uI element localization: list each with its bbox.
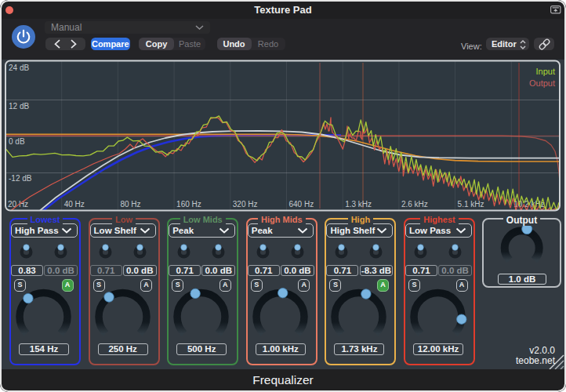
svg-text:80 Hz: 80 Hz xyxy=(120,200,140,209)
svg-text:12 dB: 12 dB xyxy=(9,102,29,111)
svg-text:Output: Output xyxy=(529,78,555,88)
svg-text:2.6 kHz: 2.6 kHz xyxy=(401,200,428,209)
svg-text:5.1 kHz: 5.1 kHz xyxy=(458,200,484,209)
svg-text:20 Hz: 20 Hz xyxy=(8,200,28,209)
svg-text:24 dB: 24 dB xyxy=(9,64,29,72)
svg-text:-12 dB: -12 dB xyxy=(9,174,32,183)
svg-text:Input: Input xyxy=(536,67,555,76)
svg-text:320 Hz: 320 Hz xyxy=(233,200,258,209)
svg-text:160 Hz: 160 Hz xyxy=(176,200,201,209)
svg-text:1.3 kHz: 1.3 kHz xyxy=(345,200,372,209)
svg-text:40 Hz: 40 Hz xyxy=(64,200,85,209)
svg-text:640 Hz: 640 Hz xyxy=(289,200,314,209)
svg-text:0 dB: 0 dB xyxy=(9,137,25,146)
